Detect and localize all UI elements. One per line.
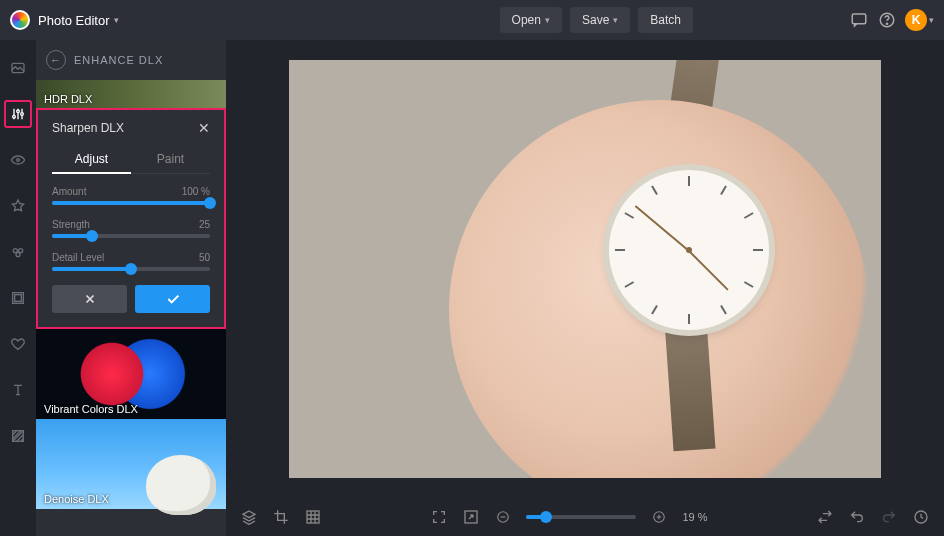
chevron-down-icon: ▾ [929,15,934,25]
batch-label: Batch [650,13,681,27]
slider-strength-value: 25 [199,219,210,230]
slider-thumb[interactable] [540,511,552,523]
fit-icon[interactable] [430,508,448,526]
open-label: Open [512,13,541,27]
fullscreen-icon[interactable] [462,508,480,526]
svg-point-9 [19,249,23,253]
app-title-dropdown[interactable]: Photo Editor ▾ [38,13,119,28]
texture-tool-icon[interactable] [4,422,32,450]
app-logo [10,10,30,30]
slider-amount: Amount 100 % [52,186,210,205]
effects-panel: ← ENHANCE DLX HDR DLX Sharpen DLX ✕ Adju… [36,40,226,536]
grid-icon[interactable] [304,508,322,526]
svg-point-6 [21,113,24,116]
app-title-text: Photo Editor [38,13,110,28]
zoom-slider[interactable] [526,515,636,519]
sliders-tool-icon[interactable] [4,100,32,128]
compare-icon[interactable] [816,508,834,526]
tab-paint[interactable]: Paint [131,146,210,173]
bottom-bar: 19 % [226,498,944,536]
preset-vibrant[interactable]: Vibrant Colors DLX [36,329,226,419]
chevron-down-icon: ▾ [114,15,119,25]
svg-point-8 [13,249,17,253]
canvas-area: 19 % [226,40,944,536]
preset-hdr-label: HDR DLX [44,93,92,105]
svg-point-5 [17,110,20,113]
star-tool-icon[interactable] [4,192,32,220]
frame-tool-icon[interactable] [4,284,32,312]
batch-button[interactable]: Batch [638,7,693,33]
svg-point-10 [16,253,20,257]
panel-header: ← ENHANCE DLX [36,40,226,80]
redo-icon [880,508,898,526]
undo-icon[interactable] [848,508,866,526]
help-icon[interactable] [877,10,897,30]
slider-detail-label: Detail Level [52,252,104,263]
slider-thumb[interactable] [86,230,98,242]
slider-strength-label: Strength [52,219,90,230]
feedback-icon[interactable] [849,10,869,30]
back-button[interactable]: ← [46,50,66,70]
apply-button[interactable] [135,285,210,313]
close-icon[interactable]: ✕ [198,120,210,136]
top-bar: Photo Editor ▾ Open ▾ Save ▾ Batch K ▾ [0,0,944,40]
slider-strength-track[interactable] [52,234,210,238]
avatar: K [905,9,927,31]
chevron-down-icon: ▾ [545,15,550,25]
svg-rect-14 [307,511,319,523]
heart-tool-icon[interactable] [4,330,32,358]
slider-strength: Strength 25 [52,219,210,238]
save-button[interactable]: Save ▾ [570,7,630,33]
preset-denoise[interactable]: Denoise DLX [36,419,226,509]
slider-thumb[interactable] [125,263,137,275]
open-button[interactable]: Open ▾ [500,7,562,33]
sharpen-edit-card: Sharpen DLX ✕ Adjust Paint Amount 100 % [36,108,226,329]
chevron-down-icon: ▾ [613,15,618,25]
svg-point-2 [886,23,887,24]
photo-canvas[interactable] [289,60,881,478]
preset-denoise-label: Denoise DLX [44,493,109,505]
slider-amount-label: Amount [52,186,86,197]
text-tool-icon[interactable] [4,376,32,404]
svg-point-4 [13,115,16,118]
preset-hdr[interactable]: HDR DLX [36,80,226,108]
tab-adjust[interactable]: Adjust [52,146,131,174]
preset-vibrant-label: Vibrant Colors DLX [44,403,138,415]
svg-point-7 [17,159,20,162]
cancel-button[interactable] [52,285,127,313]
history-icon[interactable] [912,508,930,526]
layers-icon[interactable] [240,508,258,526]
image-tool-icon[interactable] [4,54,32,82]
graphics-tool-icon[interactable] [4,238,32,266]
svg-rect-0 [852,14,866,24]
crop-icon[interactable] [272,508,290,526]
slider-detail: Detail Level 50 [52,252,210,271]
eye-tool-icon[interactable] [4,146,32,174]
zoom-out-icon[interactable] [494,508,512,526]
edit-title: Sharpen DLX [52,121,124,135]
tool-rail [0,40,36,536]
slider-detail-value: 50 [199,252,210,263]
account-menu[interactable]: K ▾ [905,9,934,31]
zoom-percent: 19 % [682,511,707,523]
slider-detail-track[interactable] [52,267,210,271]
slider-amount-value: 100 % [182,186,210,197]
slider-thumb[interactable] [204,197,216,209]
panel-title: ENHANCE DLX [74,54,163,66]
svg-rect-12 [15,295,22,302]
save-label: Save [582,13,609,27]
slider-amount-track[interactable] [52,201,210,205]
zoom-in-icon[interactable] [650,508,668,526]
